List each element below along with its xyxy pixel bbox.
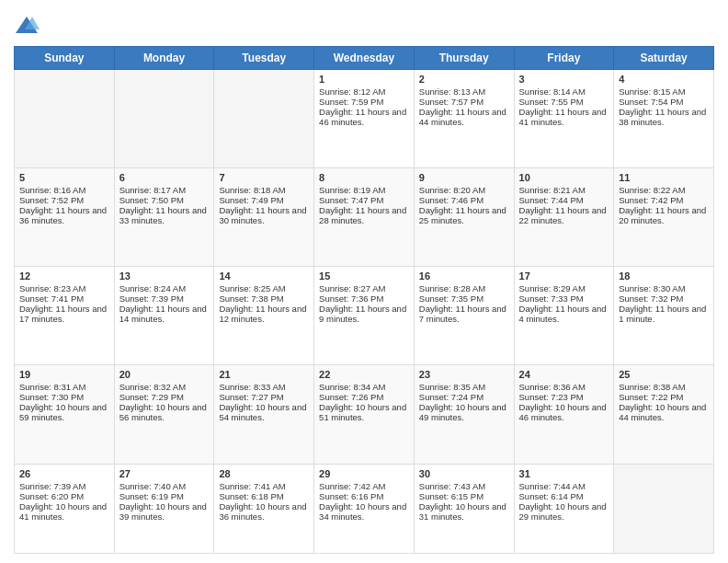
- week-row-2: 12Sunrise: 8:23 AMSunset: 7:41 PMDayligh…: [15, 267, 714, 365]
- sunrise-text: Sunrise: 8:28 AM: [419, 283, 509, 293]
- day-number: 21: [219, 369, 309, 380]
- header: [14, 9, 714, 39]
- calendar-cell: 9Sunrise: 8:20 AMSunset: 7:46 PMDaylight…: [414, 168, 514, 267]
- calendar-cell: [15, 70, 115, 168]
- calendar-cell: 19Sunrise: 8:31 AMSunset: 7:30 PMDayligh…: [15, 365, 115, 464]
- day-number: 10: [519, 172, 609, 183]
- calendar-cell: 29Sunrise: 7:42 AMSunset: 6:16 PMDayligh…: [314, 464, 415, 553]
- calendar-cell: 13Sunrise: 8:24 AMSunset: 7:39 PMDayligh…: [114, 267, 214, 365]
- logo-icon: [14, 13, 40, 39]
- weekday-header-tuesday: Tuesday: [214, 47, 314, 70]
- calendar-cell: 8Sunrise: 8:19 AMSunset: 7:47 PMDaylight…: [314, 168, 415, 267]
- day-number: 18: [619, 270, 709, 282]
- day-number: 17: [519, 270, 609, 282]
- sunset-text: Sunset: 6:15 PM: [419, 491, 509, 501]
- sunset-text: Sunset: 7:26 PM: [319, 392, 409, 402]
- day-number: 7: [219, 172, 309, 183]
- daylight-text: Daylight: 11 hours and 4 minutes.: [519, 304, 609, 324]
- sunrise-text: Sunrise: 8:30 AM: [619, 283, 709, 293]
- day-number: 29: [319, 468, 409, 479]
- day-number: 16: [419, 270, 509, 282]
- calendar-cell: 10Sunrise: 8:21 AMSunset: 7:44 PMDayligh…: [514, 168, 614, 267]
- day-number: 14: [219, 270, 309, 282]
- calendar-cell: 30Sunrise: 7:43 AMSunset: 6:15 PMDayligh…: [414, 464, 514, 553]
- sunrise-text: Sunrise: 8:25 AM: [219, 283, 309, 293]
- day-number: 2: [419, 74, 509, 85]
- calendar-cell: 22Sunrise: 8:34 AMSunset: 7:26 PMDayligh…: [314, 365, 415, 464]
- sunrise-text: Sunrise: 8:38 AM: [619, 382, 709, 392]
- sunset-text: Sunset: 7:44 PM: [519, 195, 609, 205]
- day-number: 30: [419, 468, 509, 479]
- sunset-text: Sunset: 7:22 PM: [619, 392, 709, 402]
- sunset-text: Sunset: 7:50 PM: [119, 195, 210, 205]
- calendar-cell: 5Sunrise: 8:16 AMSunset: 7:52 PMDaylight…: [15, 168, 115, 267]
- sunset-text: Sunset: 7:38 PM: [219, 293, 309, 304]
- sunrise-text: Sunrise: 8:18 AM: [219, 185, 309, 195]
- sunrise-text: Sunrise: 8:36 AM: [519, 382, 609, 392]
- sunrise-text: Sunrise: 8:15 AM: [619, 86, 709, 97]
- sunset-text: Sunset: 7:42 PM: [619, 195, 709, 205]
- day-number: 25: [619, 369, 709, 380]
- sunset-text: Sunset: 6:14 PM: [519, 491, 609, 501]
- calendar-cell: 26Sunrise: 7:39 AMSunset: 6:20 PMDayligh…: [15, 464, 115, 553]
- sunrise-text: Sunrise: 7:41 AM: [219, 481, 309, 491]
- calendar-cell: 18Sunrise: 8:30 AMSunset: 7:32 PMDayligh…: [614, 267, 714, 365]
- page: SundayMondayTuesdayWednesdayThursdayFrid…: [0, 0, 728, 563]
- sunrise-text: Sunrise: 8:13 AM: [419, 86, 509, 97]
- week-row-0: 1Sunrise: 8:12 AMSunset: 7:59 PMDaylight…: [15, 70, 714, 168]
- calendar-cell: 20Sunrise: 8:32 AMSunset: 7:29 PMDayligh…: [114, 365, 214, 464]
- day-number: 9: [419, 172, 509, 183]
- sunrise-text: Sunrise: 8:33 AM: [219, 382, 309, 392]
- sunrise-text: Sunrise: 8:31 AM: [19, 382, 109, 392]
- sunrise-text: Sunrise: 8:29 AM: [519, 283, 609, 293]
- day-number: 28: [219, 468, 309, 479]
- calendar-cell: 6Sunrise: 8:17 AMSunset: 7:50 PMDaylight…: [114, 168, 214, 267]
- sunrise-text: Sunrise: 8:16 AM: [19, 185, 109, 195]
- daylight-text: Daylight: 10 hours and 34 minutes.: [319, 501, 409, 522]
- sunset-text: Sunset: 7:35 PM: [419, 293, 509, 304]
- sunset-text: Sunset: 7:52 PM: [19, 195, 109, 205]
- sunset-text: Sunset: 7:59 PM: [319, 97, 409, 107]
- daylight-text: Daylight: 11 hours and 17 minutes.: [19, 304, 109, 324]
- sunrise-text: Sunrise: 8:19 AM: [319, 185, 409, 195]
- week-row-4: 26Sunrise: 7:39 AMSunset: 6:20 PMDayligh…: [15, 464, 714, 553]
- sunset-text: Sunset: 7:30 PM: [19, 392, 109, 402]
- day-number: 15: [319, 270, 409, 282]
- sunrise-text: Sunrise: 7:39 AM: [19, 481, 109, 491]
- calendar-cell: 17Sunrise: 8:29 AMSunset: 7:33 PMDayligh…: [514, 267, 614, 365]
- calendar-cell: 14Sunrise: 8:25 AMSunset: 7:38 PMDayligh…: [214, 267, 314, 365]
- sunset-text: Sunset: 7:54 PM: [619, 97, 709, 107]
- daylight-text: Daylight: 11 hours and 14 minutes.: [119, 304, 210, 324]
- day-number: 12: [19, 270, 109, 282]
- daylight-text: Daylight: 11 hours and 7 minutes.: [419, 304, 509, 324]
- sunset-text: Sunset: 7:33 PM: [519, 293, 609, 304]
- daylight-text: Daylight: 11 hours and 28 minutes.: [319, 205, 409, 225]
- sunset-text: Sunset: 7:32 PM: [619, 293, 709, 304]
- day-number: 24: [519, 369, 609, 380]
- sunset-text: Sunset: 7:49 PM: [219, 195, 309, 205]
- day-number: 26: [19, 468, 109, 479]
- daylight-text: Daylight: 11 hours and 12 minutes.: [219, 304, 309, 324]
- weekday-header-wednesday: Wednesday: [314, 47, 415, 70]
- sunrise-text: Sunrise: 8:35 AM: [419, 382, 509, 392]
- daylight-text: Daylight: 10 hours and 41 minutes.: [19, 501, 109, 522]
- daylight-text: Daylight: 10 hours and 46 minutes.: [519, 402, 609, 422]
- weekday-header-thursday: Thursday: [414, 47, 514, 70]
- daylight-text: Daylight: 10 hours and 51 minutes.: [319, 402, 409, 422]
- day-number: 11: [619, 172, 709, 183]
- calendar-cell: 21Sunrise: 8:33 AMSunset: 7:27 PMDayligh…: [214, 365, 314, 464]
- sunset-text: Sunset: 7:55 PM: [519, 97, 609, 107]
- day-number: 31: [519, 468, 609, 479]
- day-number: 13: [119, 270, 210, 282]
- day-number: 22: [319, 369, 409, 380]
- logo: [14, 13, 43, 39]
- daylight-text: Daylight: 10 hours and 54 minutes.: [219, 402, 309, 422]
- sunrise-text: Sunrise: 7:44 AM: [519, 481, 609, 491]
- sunset-text: Sunset: 7:57 PM: [419, 97, 509, 107]
- sunset-text: Sunset: 6:20 PM: [19, 491, 109, 501]
- day-number: 8: [319, 172, 409, 183]
- calendar-cell: 2Sunrise: 8:13 AMSunset: 7:57 PMDaylight…: [414, 70, 514, 168]
- calendar-cell: 7Sunrise: 8:18 AMSunset: 7:49 PMDaylight…: [214, 168, 314, 267]
- daylight-text: Daylight: 10 hours and 31 minutes.: [419, 501, 509, 522]
- calendar-cell: 15Sunrise: 8:27 AMSunset: 7:36 PMDayligh…: [314, 267, 415, 365]
